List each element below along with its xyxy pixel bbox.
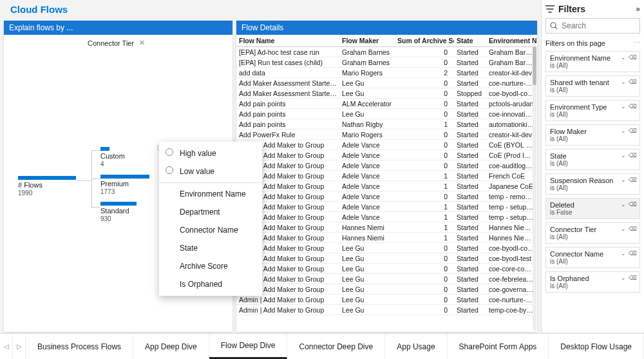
context-menu-item[interactable]: Environment Name [159, 185, 262, 203]
column-header[interactable]: Flow Maker [339, 35, 395, 47]
context-menu-item[interactable]: Low value [159, 162, 262, 180]
column-header[interactable]: Environment Name [486, 35, 537, 47]
filters-pane: Filters » Filters on this page ⋯ Environ… [541, 0, 644, 332]
eraser-icon[interactable]: ⌫ [629, 250, 637, 257]
table-row[interactable]: Add pain pointsLee Gu0Startedcoe-innovat… [236, 109, 537, 119]
context-menu-item[interactable]: High value [159, 144, 262, 162]
chevron-down-icon[interactable]: ⌄ [621, 103, 626, 110]
table-row[interactable]: Admin | Add Maker to GroupLee Gu0Started… [236, 274, 537, 284]
table-row[interactable]: Admin | Add Maker to GroupLee Gu0Started… [236, 305, 537, 315]
table-cell: coe-core-components-dev [486, 264, 537, 274]
table-row[interactable]: [EPA] Run test cases (child)Graham Barne… [236, 57, 537, 68]
chevron-down-icon[interactable]: ⌄ [621, 250, 626, 257]
table-scrollbar-thumb[interactable] [533, 46, 536, 85]
column-header[interactable]: Flow Name [236, 35, 339, 47]
filter-card[interactable]: Shared with tenantis (All)⌄⌫ [545, 75, 640, 97]
table-row[interactable]: Admin | Add Maker to GroupAdele Vance1St… [236, 171, 537, 181]
page-tab[interactable]: App Usage [385, 334, 447, 359]
tabs-next-icon[interactable]: ▷ [13, 334, 26, 359]
table-row[interactable]: Admin | Add Maker to GroupAdele Vance1St… [236, 202, 537, 212]
filter-card[interactable]: Is Orphanedis (All)⌄⌫ [545, 271, 640, 293]
eraser-icon[interactable]: ⌫ [629, 152, 637, 159]
table-cell: 0 [395, 57, 454, 68]
tree-node-standard[interactable]: Standard 930 [100, 202, 152, 222]
filter-card[interactable]: Stateis (All)⌄⌫ [545, 149, 640, 170]
table-cell: Started [454, 233, 486, 243]
table-row[interactable]: Admin | Add Maker to GroupHannes Niemi1S… [236, 222, 537, 233]
eraser-icon[interactable]: ⌫ [629, 275, 637, 281]
context-menu-item[interactable]: Is Orphaned [159, 275, 262, 293]
table-cell: Started [454, 99, 486, 109]
table-row[interactable]: Admin | Add Maker to GroupLee Gu0Started… [236, 264, 537, 274]
context-menu-label: Low value [180, 167, 214, 176]
context-menu-item[interactable]: Department [159, 203, 262, 221]
chevron-down-icon[interactable]: ⌄ [621, 275, 626, 281]
table-row[interactable]: Admin | Add Maker to GroupAdele Vance0St… [236, 160, 537, 171]
chevron-down-icon[interactable]: ⌄ [621, 79, 626, 85]
filters-expand-icon[interactable]: » [636, 5, 640, 14]
table-row[interactable]: Add pain pointsALM Accelerator0Startedpc… [236, 99, 537, 109]
table-row[interactable]: add dataMario Rogers2Startedcreator-kit-… [236, 68, 537, 78]
chevron-down-icon[interactable]: ⌄ [621, 152, 626, 159]
page-tab[interactable]: SharePoint Form Apps [448, 334, 549, 359]
table-row[interactable]: Admin | Add Maker to GroupLee Gu0Started… [236, 295, 537, 305]
table-row[interactable]: Admin | Add Maker to GroupLee Gu0Started… [236, 284, 537, 295]
table-row[interactable]: Add pain pointsNathan Rigby1Startedautom… [236, 119, 537, 130]
tree-node-custom[interactable]: Custom 4 [100, 147, 152, 168]
column-header[interactable]: Sum of Archive Score [395, 35, 454, 47]
table-row[interactable]: Add Maker Assessment Starter DataLee Gu0… [236, 88, 537, 99]
chevron-down-icon[interactable]: ⌄ [621, 177, 626, 183]
filter-card[interactable]: Deletedis False⌄⌫ [545, 198, 640, 219]
chevron-down-icon[interactable]: ⌄ [621, 226, 626, 232]
page-tab[interactable]: Desktop Flow Usage [549, 334, 644, 359]
filter-card[interactable]: Connector Tieris (All)⌄⌫ [545, 222, 640, 244]
filter-card[interactable]: Environment Typeis (All)⌄⌫ [545, 100, 640, 121]
eraser-icon[interactable]: ⌫ [629, 201, 637, 208]
chevron-down-icon[interactable]: ⌄ [621, 54, 626, 61]
tree-node-premium[interactable]: Premium 1773 [100, 175, 152, 195]
filters-search[interactable] [545, 18, 640, 34]
table-row[interactable]: Admin | Add Maker to GroupLee Gu0Started… [236, 243, 537, 253]
eraser-icon[interactable]: ⌫ [629, 128, 637, 134]
context-menu-item[interactable]: State [159, 239, 262, 257]
table-row[interactable]: Admin | Add Maker to GroupLee Gu0Started… [236, 253, 537, 264]
filter-card[interactable]: Connector Nameis (All)⌄⌫ [545, 247, 640, 268]
chevron-down-icon[interactable]: ⌄ [621, 201, 626, 208]
table-row[interactable]: Admin | Add Maker to GroupAdele Vance1St… [236, 181, 537, 191]
table-cell: Add pain points [236, 99, 339, 109]
column-header[interactable]: State [454, 35, 486, 47]
table-cell: Mario Rogers [339, 68, 395, 78]
filters-search-input[interactable] [562, 21, 644, 30]
filter-card[interactable]: Flow Makeris (All)⌄⌫ [545, 124, 640, 146]
table-row[interactable]: Admin | Add Maker to GroupHannes Niemi1S… [236, 233, 537, 243]
eraser-icon[interactable]: ⌫ [629, 226, 637, 232]
page-tab[interactable]: App Deep Dive [133, 334, 209, 359]
page-tab[interactable]: Business Process Flows [26, 334, 133, 359]
table-row[interactable]: [EPA] Ad-hoc test case runGraham Barnes0… [236, 47, 537, 57]
filter-card[interactable]: Suspension Reasonis (All)⌄⌫ [545, 173, 640, 195]
filter-card[interactable]: Environment Nameis (All)⌄⌫ [545, 51, 640, 72]
eraser-icon[interactable]: ⌫ [629, 103, 637, 110]
table-row[interactable]: Admin | Add Maker to GroupAdele Vance0St… [236, 140, 537, 150]
eraser-icon[interactable]: ⌫ [629, 177, 637, 183]
eraser-icon[interactable]: ⌫ [629, 54, 637, 61]
table-row[interactable]: Admin | Add Maker to GroupAdele Vance0St… [236, 150, 537, 160]
tree-root-node[interactable]: # Flows 1990 [18, 176, 76, 197]
filters-more-icon[interactable]: ⋯ [633, 39, 640, 47]
breadcrumb-label[interactable]: Connector Tier [88, 39, 134, 47]
table-row[interactable]: Admin | Add Maker to GroupAdele Vance0St… [236, 191, 537, 202]
breadcrumb-clear-icon[interactable]: ✕ [139, 39, 145, 47]
tabs-prev-icon[interactable]: ◁ [0, 334, 13, 359]
context-menu-item[interactable]: Connector Name [159, 221, 262, 239]
table-row[interactable]: Add PowerFx RuleMario Rogers0Startedcrea… [236, 130, 537, 140]
table-row[interactable]: Add Maker Assessment Starter DataLee Gu0… [236, 78, 537, 88]
flow-details-table[interactable]: Flow NameFlow MakerSum of Archive ScoreS… [236, 35, 537, 315]
chevron-down-icon[interactable]: ⌄ [621, 128, 626, 134]
page-tab[interactable]: Flow Deep Dive [209, 334, 288, 359]
tree-node-value: 930 [100, 215, 152, 222]
eraser-icon[interactable]: ⌫ [629, 79, 637, 85]
table-row[interactable]: Admin | Add Maker to GroupAdele Vance1St… [236, 212, 537, 222]
context-menu-item[interactable]: Archive Score [159, 257, 262, 275]
table-cell: creator-kit-dev [486, 130, 537, 140]
page-tab[interactable]: Connector Deep Dive [287, 334, 385, 359]
